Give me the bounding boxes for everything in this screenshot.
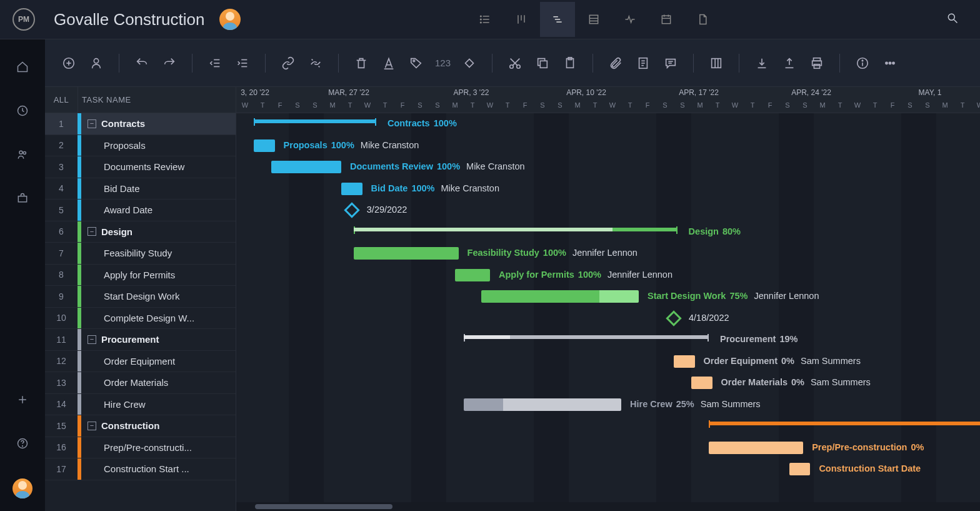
undo-icon[interactable] xyxy=(133,54,151,72)
collapse-toggle-icon[interactable]: − xyxy=(88,227,96,236)
task-row[interactable]: 13 Order Materials xyxy=(45,372,236,394)
task-row[interactable]: 14 Hire Crew xyxy=(45,394,236,416)
gantt-task-bar[interactable] xyxy=(464,398,621,411)
timeline-day-label: W xyxy=(854,101,861,109)
view-calendar-icon[interactable] xyxy=(649,2,684,37)
svg-rect-58 xyxy=(712,58,721,68)
columns-icon[interactable] xyxy=(708,54,725,72)
row-number: 17 xyxy=(45,464,78,474)
task-row[interactable]: 16 Prep/Pre-constructi... xyxy=(45,437,236,459)
search-button[interactable] xyxy=(946,12,968,27)
timeline-week-label: APR, 24 '22 xyxy=(791,88,831,97)
gantt-task-bar[interactable] xyxy=(354,247,459,260)
tag-icon[interactable] xyxy=(408,54,425,72)
delete-icon[interactable] xyxy=(352,54,370,72)
scrollbar-thumb[interactable] xyxy=(255,504,392,509)
nav-team-icon[interactable] xyxy=(14,146,31,163)
view-file-icon[interactable] xyxy=(685,2,720,37)
attachment-icon[interactable] xyxy=(607,54,624,72)
column-all[interactable]: ALL xyxy=(45,95,78,104)
unlink-icon[interactable] xyxy=(307,54,324,72)
view-list-icon[interactable] xyxy=(468,2,502,37)
gantt-bar-label: Start Design Work75%Jennifer Lennon xyxy=(648,291,819,301)
gantt-task-bar[interactable] xyxy=(254,139,275,152)
milestone-icon[interactable] xyxy=(461,54,478,72)
redo-icon[interactable] xyxy=(161,54,178,72)
paste-icon[interactable] xyxy=(561,54,579,72)
gantt-task-bar[interactable] xyxy=(341,183,362,195)
print-icon[interactable] xyxy=(808,54,826,72)
gantt-task-bar[interactable] xyxy=(789,463,811,475)
timeline-day-label: T xyxy=(716,101,720,109)
nav-add-icon[interactable] xyxy=(14,391,31,408)
copy-icon[interactable] xyxy=(534,54,551,72)
outdent-icon[interactable] xyxy=(206,54,224,72)
bar-percent: 100% xyxy=(411,183,434,193)
task-color-bar xyxy=(78,329,81,350)
task-row[interactable]: 8 Apply for Permits xyxy=(45,265,236,286)
svg-point-5 xyxy=(480,22,481,23)
task-row[interactable]: 3 Documents Review xyxy=(45,156,236,178)
app-logo[interactable]: PM xyxy=(12,8,35,31)
view-gantt-icon[interactable] xyxy=(540,2,575,37)
gantt-bar-label: Proposals100%Mike Cranston xyxy=(284,140,419,150)
nav-recent-icon[interactable] xyxy=(14,102,31,119)
task-row[interactable]: 7 Feasibility Study xyxy=(45,243,236,265)
task-row[interactable]: 1 − Contracts xyxy=(45,113,236,135)
view-board-icon[interactable] xyxy=(504,2,539,37)
task-row[interactable]: 6 − Design xyxy=(45,221,236,243)
collapse-toggle-icon[interactable]: − xyxy=(88,119,96,128)
notes-icon[interactable] xyxy=(634,54,652,72)
task-row[interactable]: 9 Start Design Work xyxy=(45,286,236,308)
more-icon[interactable] xyxy=(881,54,899,72)
assign-icon[interactable] xyxy=(88,54,105,72)
nav-help-icon[interactable] xyxy=(14,435,31,452)
bar-title: Prep/Pre-construction xyxy=(812,442,907,452)
collapse-toggle-icon[interactable]: − xyxy=(88,422,96,430)
nav-portfolio-icon[interactable] xyxy=(14,190,31,207)
indent-icon[interactable] xyxy=(234,54,251,72)
gantt-task-bar[interactable] xyxy=(709,442,803,454)
gantt-task-bar[interactable] xyxy=(674,355,695,368)
gantt-task-bar[interactable] xyxy=(691,377,712,389)
comment-icon[interactable] xyxy=(662,54,679,72)
project-avatar[interactable] xyxy=(219,9,241,30)
text-style-icon[interactable] xyxy=(380,54,398,72)
task-row[interactable]: 5 Award Date xyxy=(45,200,236,221)
timeline-day-label: S xyxy=(662,101,667,109)
import-icon[interactable] xyxy=(753,54,771,72)
gantt-body[interactable]: Contracts100%Proposals100%Mike CranstonD… xyxy=(236,113,980,511)
link-icon[interactable] xyxy=(279,54,297,72)
gantt-task-bar[interactable] xyxy=(455,269,490,281)
column-task-name[interactable]: TASK NAME xyxy=(78,95,131,104)
milestone-marker[interactable] xyxy=(344,202,359,218)
task-name-label: Bid Date xyxy=(104,183,236,194)
cut-icon[interactable] xyxy=(506,54,524,72)
task-row[interactable]: 10 Complete Design W... xyxy=(45,308,236,330)
gantt-group-bar[interactable] xyxy=(709,422,980,425)
timeline-day-label: W xyxy=(977,101,980,109)
task-color-bar xyxy=(78,156,81,178)
export-icon[interactable] xyxy=(781,54,798,72)
view-activity-icon[interactable] xyxy=(612,2,648,37)
collapse-toggle-icon[interactable]: − xyxy=(88,335,96,344)
task-row[interactable]: 17 Construction Start ... xyxy=(45,458,236,480)
task-row[interactable]: 15 − Construction xyxy=(45,415,236,437)
user-avatar[interactable] xyxy=(12,478,32,498)
task-row[interactable]: 11 − Procurement xyxy=(45,329,236,351)
task-row[interactable]: 12 Order Equipment xyxy=(45,351,236,373)
info-icon[interactable] xyxy=(854,54,871,72)
gantt-group-bar[interactable] xyxy=(254,119,376,123)
nav-home-icon[interactable] xyxy=(14,58,31,76)
gantt-task-bar[interactable] xyxy=(481,290,639,303)
task-row[interactable]: 2 Proposals xyxy=(45,135,236,157)
view-sheet-icon[interactable] xyxy=(576,2,611,37)
add-task-icon[interactable] xyxy=(60,54,78,72)
gantt-chart[interactable]: 3, 20 '22MAR, 27 '22APR, 3 '22APR, 10 '2… xyxy=(236,87,980,511)
task-row[interactable]: 4 Bid Date xyxy=(45,178,236,200)
horizontal-scrollbar[interactable] xyxy=(236,502,980,511)
app-header: PM Govalle Construction xyxy=(0,0,980,39)
row-number: 3 xyxy=(45,162,78,172)
milestone-marker[interactable] xyxy=(666,310,681,326)
gantt-task-bar[interactable] xyxy=(271,161,341,173)
